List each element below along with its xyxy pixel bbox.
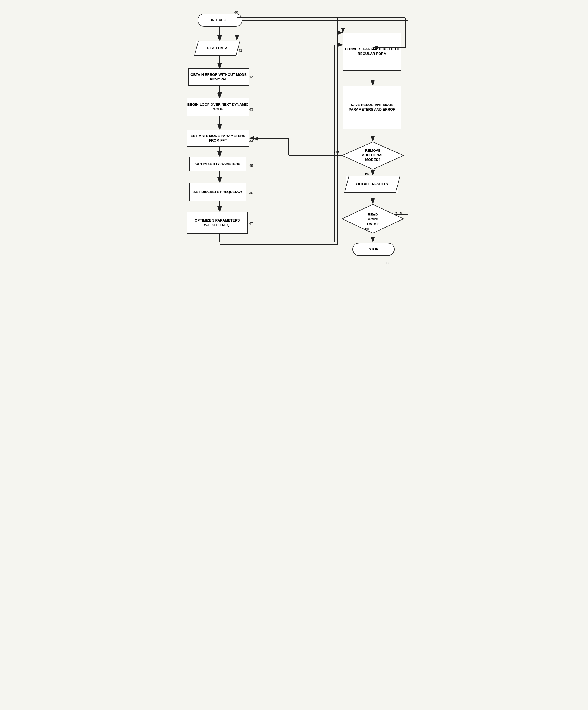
ref-44: 44	[249, 139, 253, 143]
output-results-node: OUTPUT RESULTS	[346, 176, 398, 193]
read-more-node: READ MORE DATA?	[342, 204, 404, 234]
svg-text:ADDITIONAL: ADDITIONAL	[362, 153, 384, 157]
read-data-node: READ DATA	[196, 41, 238, 56]
save-resultant-node: SAVE RESULTANT MODE PARAMETERS AND ERROR	[343, 86, 401, 129]
yes-read-label: YES	[395, 211, 402, 215]
svg-text:MORE: MORE	[368, 217, 378, 221]
optimize3-node: OPTIMIZE 3 PARAMETERS W/FIXED FREQ.	[187, 212, 248, 234]
yes-remove-label: YES	[334, 150, 340, 154]
remove-modes-node: REMOVE ADDITIONAL MODES?	[342, 141, 404, 170]
ref-41: 41	[238, 48, 242, 52]
obtain-error-node: OBTAIN ERROR WITHOUT MODE REMOVAL	[188, 69, 249, 86]
ref-42: 42	[249, 75, 253, 79]
svg-text:REMOVE: REMOVE	[365, 148, 381, 152]
estimate-mode-node: ESTIMATE MODE PARAMETERS FROM FFT	[187, 129, 249, 147]
ref-46: 46	[249, 191, 253, 195]
begin-loop-node: BEGIN LOOP OVER NEXT DYNAMIC MODE	[187, 98, 249, 116]
svg-text:READ: READ	[368, 213, 378, 217]
svg-text:DATA?: DATA?	[367, 222, 378, 226]
stop-node: STOP	[352, 243, 395, 256]
no-remove-label: NO	[365, 172, 371, 176]
initialize-node: INITIALIZE	[198, 14, 242, 27]
ref-47: 47	[249, 221, 253, 226]
optimize4-node: OPTIMIZE 4 PARAMETERS	[189, 157, 246, 171]
set-discrete-node: SET DISCRETE FREQUENCY	[189, 183, 246, 201]
flowchart-diagram: 40 INITIALIZE 41 READ DATA 42 OBTAIN ERR…	[172, 5, 416, 304]
ref-43: 43	[249, 108, 253, 112]
convert-params-node: CONVERT PARAMETERS TO TO REGULAR FORM	[343, 32, 401, 71]
no-read-label: NO	[365, 227, 371, 231]
ref-53: 53	[386, 261, 390, 265]
ref-45: 45	[249, 164, 253, 168]
svg-text:MODES?: MODES?	[365, 158, 381, 162]
